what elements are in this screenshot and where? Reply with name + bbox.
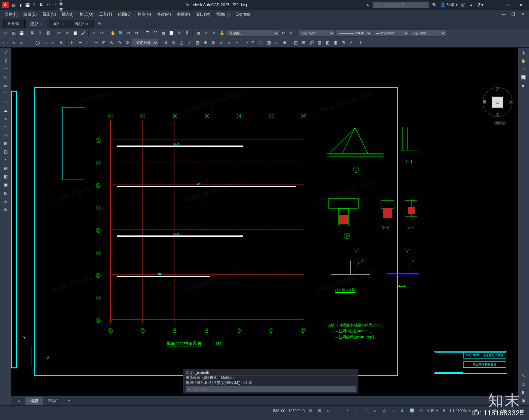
menu-edit[interactable]: 编辑(E) [21, 11, 39, 18]
help-icon[interactable]: ❔▾ [476, 3, 483, 7]
table2-icon[interactable]: ⊞ [2, 189, 9, 197]
tab-jb2[interactable]: JB2*× [25, 20, 48, 28]
layer-on-icon[interactable]: ☀ [202, 29, 210, 37]
close-tab-icon[interactable]: × [86, 22, 88, 26]
steering-wheel-icon[interactable]: ◎ [520, 49, 527, 56]
ortho-icon[interactable]: └ [334, 407, 342, 414]
menu-tools[interactable]: 工具(T) [97, 11, 115, 18]
text-icon[interactable]: A [2, 198, 9, 205]
copy-icon[interactable]: ⧉ [63, 29, 71, 37]
app-icon[interactable]: A [2, 2, 9, 8]
dim-continue-icon[interactable]: ⊢ [76, 39, 84, 46]
region2-icon[interactable]: ▣ [2, 181, 9, 189]
zoom-icon[interactable]: 🔍 [117, 29, 124, 37]
open-icon[interactable]: ▥ [10, 29, 17, 37]
dim-update-icon[interactable]: ⟳ [124, 39, 131, 46]
erase-icon[interactable]: ✖ [162, 39, 169, 46]
redo-icon[interactable]: ↷ [98, 29, 105, 37]
search-icon[interactable]: 🔍 [432, 3, 437, 7]
markup-icon[interactable]: ✎ [176, 29, 183, 37]
insert-icon[interactable]: ⊞ [300, 39, 307, 46]
explode-icon[interactable]: ✸ [281, 39, 288, 46]
layer-prev-icon[interactable]: ↩ [280, 29, 287, 37]
rotate-icon[interactable]: ⟳ [210, 39, 217, 46]
tab-layout1[interactable]: 布局1 [43, 397, 63, 405]
showmotion-icon[interactable]: ▶ [520, 82, 527, 89]
wipeout-icon[interactable]: ☐ [355, 39, 363, 46]
save-icon[interactable]: 💾 [24, 2, 30, 8]
dim-jogged-icon[interactable]: ↯ [58, 39, 65, 46]
add-tab-button[interactable]: + [95, 20, 104, 28]
units-readout[interactable]: 小数 [427, 408, 434, 413]
close-tab-icon[interactable]: × [61, 22, 64, 26]
layout-menu-icon[interactable]: ≡ [13, 397, 25, 404]
layer-lock-icon[interactable]: 🔒 [218, 29, 225, 37]
block-icon[interactable]: ◫ [292, 39, 299, 46]
array-icon[interactable]: ▦ [194, 39, 201, 46]
help-search-input[interactable] [373, 2, 429, 8]
revcloud-icon[interactable]: ☁ [2, 107, 9, 114]
polygon-icon[interactable]: ⬠ [2, 74, 9, 81]
tab-pm2[interactable]: PM2*× [70, 20, 94, 28]
hatch-icon[interactable]: ▨ [316, 39, 323, 46]
new-icon[interactable]: ▥ [11, 2, 17, 8]
dim-diameter-icon[interactable]: ⌀ [42, 39, 49, 46]
menu-insert[interactable]: 插入(I) [59, 11, 76, 18]
redo-icon[interactable]: ↷ [52, 2, 58, 8]
center-mark-icon[interactable]: ⊕ [108, 39, 115, 46]
ellipsearc-icon[interactable]: ⬯ [2, 132, 9, 139]
dim-radius-icon[interactable]: ◯ [34, 39, 41, 46]
save-icon[interactable]: 💾 [18, 29, 25, 37]
trim-icon[interactable]: ✂ [233, 39, 241, 46]
xref-icon[interactable]: 🔗 [308, 39, 315, 46]
doc-minimize-icon[interactable]: — [499, 11, 508, 18]
saveas-icon[interactable]: 🗎 [31, 2, 37, 8]
lineweight-dropdown[interactable]: — ByLayer [373, 29, 409, 37]
spline-icon[interactable]: ∿ [2, 115, 9, 122]
mtext-icon[interactable]: A [347, 39, 355, 46]
design-center-icon[interactable]: ☷ [152, 29, 159, 37]
scale-readout[interactable]: 1:1 / 100% [449, 409, 467, 413]
extend-icon[interactable]: ⟶ [241, 39, 249, 46]
menu-modify[interactable]: 修改(M) [154, 11, 174, 18]
dim-break-icon[interactable]: ⊣ [92, 39, 100, 46]
cut-icon[interactable]: ✂ [56, 29, 63, 37]
menu-parametric[interactable]: 参数(P) [174, 11, 193, 18]
dyn-input-icon[interactable]: ➕ [418, 407, 425, 414]
new-icon[interactable]: ▭ [2, 29, 9, 37]
layer-dropdown[interactable]: 细实线 [226, 29, 279, 37]
doc-restore-icon[interactable]: ❐ [509, 11, 518, 18]
dim-angular-icon[interactable]: ∠ [18, 39, 25, 46]
maximize-button[interactable]: □ [503, 1, 514, 9]
mirror-icon[interactable]: ⧋ [178, 39, 185, 46]
menu-view[interactable]: 视图(V) [40, 11, 59, 18]
login-button[interactable]: 👤 登录 ▾ [440, 2, 458, 8]
copy-obj-icon[interactable]: ⧉ [170, 39, 177, 46]
undo-icon[interactable]: ↶ [90, 29, 98, 37]
chamfer-icon[interactable]: ⬔ [265, 39, 272, 46]
offset-icon[interactable]: ⫽ [186, 39, 193, 46]
quickprops-icon[interactable]: ⊟ [440, 407, 447, 414]
tolerance-icon[interactable]: ⊞ [100, 39, 107, 46]
properties-icon[interactable]: ☰ [144, 29, 151, 37]
line-icon[interactable]: ╱ [2, 49, 9, 56]
color-dropdown[interactable]: ByLayer [299, 29, 335, 37]
model-icon[interactable]: ▦ [306, 407, 314, 414]
dim-edit-icon[interactable]: ✎ [116, 39, 123, 46]
undo-icon[interactable]: ↶ [45, 2, 51, 8]
close-button[interactable]: ✕ [515, 1, 527, 9]
menu-help[interactable]: 帮助(H) [214, 11, 232, 18]
grid-icon[interactable]: ⊞ [316, 407, 323, 414]
rectangle-icon[interactable]: ▭ [2, 82, 9, 89]
makeblock-icon[interactable]: ◫ [2, 148, 9, 155]
zoom-extents-icon[interactable]: ⧉ [133, 29, 140, 37]
dim-linear-icon[interactable]: ⟷ [2, 39, 9, 46]
xline-icon[interactable]: ╳ [2, 57, 9, 64]
lwt-icon[interactable]: ≡ [390, 407, 397, 414]
point-icon[interactable]: • [2, 156, 9, 164]
publish-icon[interactable]: 🗐 [45, 29, 52, 37]
paste-icon[interactable]: 📋 [71, 29, 79, 37]
arc-icon[interactable]: ⌒ [2, 90, 9, 98]
linetype-dropdown[interactable]: ———— ByLayer [336, 29, 372, 37]
fillet-icon[interactable]: ⬭ [273, 39, 280, 46]
